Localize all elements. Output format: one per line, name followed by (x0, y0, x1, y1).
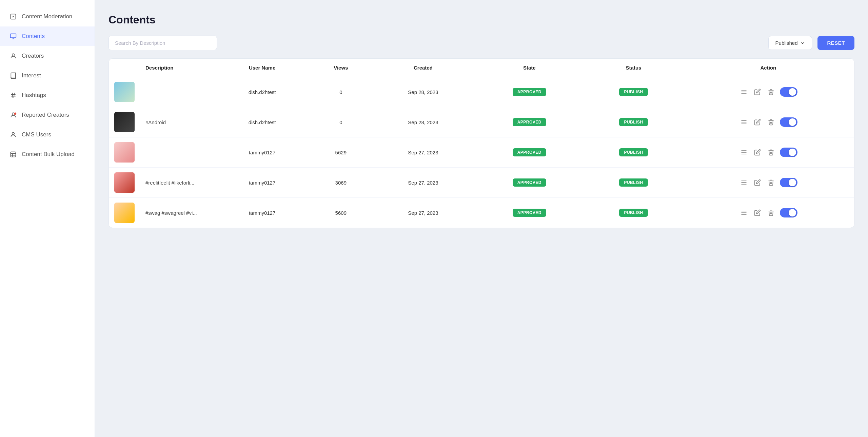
svg-rect-12 (11, 152, 16, 157)
cell-views-1: 0 (310, 107, 372, 137)
cell-created-2: Sep 27, 2023 (372, 137, 474, 168)
hashtags-icon (9, 92, 17, 99)
sidebar-label-hashtags: Hashtags (22, 92, 46, 99)
sidebar-item-content-moderation[interactable]: Content Moderation (0, 7, 95, 26)
state-badge-2: APPROVED (513, 148, 546, 156)
sidebar-label-content-moderation: Content Moderation (22, 13, 72, 20)
svg-point-10 (14, 113, 16, 114)
reset-button[interactable]: RESET (817, 36, 854, 50)
sidebar-label-reported-creators: Reported Creators (22, 112, 69, 118)
sidebar-item-contents[interactable]: Contents (0, 26, 95, 46)
toggle-1[interactable] (780, 117, 797, 127)
delete-icon-2[interactable] (766, 148, 776, 157)
cell-created-0: Sep 28, 2023 (372, 77, 474, 107)
thumbnail-2 (114, 142, 135, 163)
cell-username-1: dish.d2htest (215, 107, 310, 137)
col-created: Created (372, 59, 474, 77)
search-input[interactable] (108, 36, 217, 50)
sidebar-item-content-bulk-upload[interactable]: Content Bulk Upload (0, 145, 95, 164)
menu-icon-4[interactable] (739, 208, 749, 217)
menu-icon-0[interactable] (739, 87, 749, 97)
menu-icon-1[interactable] (739, 117, 749, 127)
cell-username-3: tammy0127 (215, 168, 310, 198)
col-description: Description (140, 59, 215, 77)
sidebar: Content Moderation Contents Creators Int… (0, 0, 95, 437)
svg-point-9 (12, 113, 15, 115)
cms-users-icon (9, 131, 17, 138)
sidebar-item-creators[interactable]: Creators (0, 46, 95, 66)
svg-line-8 (14, 93, 15, 98)
state-badge-1: APPROVED (513, 118, 546, 126)
cell-status-1: PUBLISH (585, 107, 682, 137)
cell-views-3: 3069 (310, 168, 372, 198)
action-group-0 (688, 87, 849, 97)
sidebar-label-interest: Interest (22, 72, 41, 79)
table-row: #Android dish.d2htest 0 Sep 28, 2023 APP… (109, 107, 854, 137)
svg-rect-1 (11, 34, 16, 38)
edit-icon-3[interactable] (753, 178, 762, 187)
sidebar-label-cms-users: CMS Users (22, 131, 51, 138)
table-row: #reelitfeelit #likeforli... tammy0127 30… (109, 168, 854, 198)
sidebar-item-reported-creators[interactable]: Reported Creators (0, 105, 95, 125)
cell-action-2 (683, 137, 854, 168)
status-badge-4: PUBLISH (619, 209, 648, 217)
toggle-0[interactable] (780, 87, 797, 97)
state-badge-3: APPROVED (513, 178, 546, 187)
table-row: dish.d2htest 0 Sep 28, 2023 APPROVED PUB… (109, 77, 854, 107)
edit-icon-1[interactable] (753, 117, 762, 127)
cell-action-3 (683, 168, 854, 198)
cell-thumb-0 (109, 77, 140, 107)
cell-description-0 (140, 77, 215, 107)
table-row: tammy0127 5629 Sep 27, 2023 APPROVED PUB… (109, 137, 854, 168)
sidebar-item-hashtags[interactable]: Hashtags (0, 86, 95, 105)
reported-creators-icon (9, 111, 17, 119)
delete-icon-4[interactable] (766, 208, 776, 217)
menu-icon-2[interactable] (739, 148, 749, 157)
cell-description-3: #reelitfeelit #likeforli... (140, 168, 215, 198)
cell-views-4: 5609 (310, 198, 372, 228)
cell-state-4: APPROVED (474, 198, 585, 228)
content-moderation-icon (9, 13, 17, 20)
thumbnail-3 (114, 172, 135, 193)
state-badge-4: APPROVED (513, 209, 546, 217)
svg-point-4 (12, 54, 15, 56)
cell-created-3: Sep 27, 2023 (372, 168, 474, 198)
svg-point-11 (12, 132, 15, 135)
sidebar-item-cms-users[interactable]: CMS Users (0, 125, 95, 145)
cell-state-2: APPROVED (474, 137, 585, 168)
content-bulk-upload-icon (9, 151, 17, 158)
col-status: Status (585, 59, 682, 77)
cell-created-4: Sep 27, 2023 (372, 198, 474, 228)
delete-icon-3[interactable] (766, 178, 776, 187)
col-thumb (109, 59, 140, 77)
toggle-4[interactable] (780, 208, 797, 217)
cell-state-3: APPROVED (474, 168, 585, 198)
sidebar-item-interest[interactable]: Interest (0, 66, 95, 86)
edit-icon-4[interactable] (753, 208, 762, 217)
cell-description-2 (140, 137, 215, 168)
delete-icon-1[interactable] (766, 117, 776, 127)
published-label: Published (775, 40, 798, 46)
edit-icon-2[interactable] (753, 148, 762, 157)
menu-icon-3[interactable] (739, 178, 749, 187)
page-title: Contents (108, 14, 854, 26)
col-views: Views (310, 59, 372, 77)
status-badge-0: PUBLISH (619, 88, 648, 96)
sidebar-label-contents: Contents (22, 33, 45, 40)
cell-username-2: tammy0127 (215, 137, 310, 168)
status-badge-3: PUBLISH (619, 178, 648, 187)
published-dropdown[interactable]: Published (768, 36, 812, 50)
edit-icon-0[interactable] (753, 87, 762, 97)
cell-status-3: PUBLISH (585, 168, 682, 198)
cell-views-2: 5629 (310, 137, 372, 168)
toggle-2[interactable] (780, 148, 797, 157)
thumbnail-4 (114, 203, 135, 223)
status-badge-2: PUBLISH (619, 148, 648, 156)
cell-description-4: #swag #swagreel #vi... (140, 198, 215, 228)
cell-action-0 (683, 77, 854, 107)
delete-icon-0[interactable] (766, 87, 776, 97)
col-action: Action (683, 59, 854, 77)
sidebar-label-creators: Creators (22, 53, 44, 59)
interest-icon (9, 72, 17, 79)
toggle-3[interactable] (780, 178, 797, 187)
